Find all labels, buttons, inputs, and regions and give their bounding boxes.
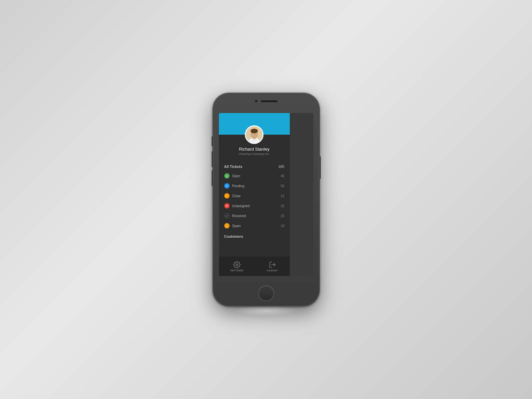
- close-label: Close: [232, 194, 281, 198]
- close-tickets-item[interactable]: ! Close 12: [219, 191, 290, 201]
- open-count: 45: [280, 174, 284, 178]
- spam-label: Spam: [232, 224, 281, 228]
- open-tickets-item[interactable]: ● Open 45: [219, 171, 290, 181]
- phone-glow: [233, 306, 299, 316]
- phone-body: Richard Stanley Cleaning Company Inc. Al…: [213, 93, 319, 306]
- unassigned-label: Unassigned: [232, 204, 281, 208]
- open-icon: ●: [224, 173, 230, 179]
- home-button[interactable]: [258, 285, 274, 301]
- avatar-image: [246, 126, 263, 143]
- customers-title: Customers: [224, 234, 243, 238]
- spam-tickets-item[interactable]: ! Spam 10: [219, 221, 290, 231]
- volume-down-button: [212, 170, 213, 186]
- all-tickets-title: All Tickets: [224, 165, 243, 169]
- open-label: Open: [232, 174, 281, 178]
- profile-name: Richard Stanley: [219, 147, 290, 152]
- phone-device: Richard Stanley Cleaning Company Inc. Al…: [213, 93, 319, 306]
- camera-icon: [255, 100, 258, 102]
- spam-icon: !: [224, 223, 230, 228]
- phone-top-bar: [255, 100, 277, 102]
- unassigned-tickets-item[interactable]: ✕ Unassigned 15: [219, 201, 290, 211]
- settings-gear-icon: [233, 261, 241, 268]
- bottom-bar: SETTINGS LOGOUT: [219, 256, 290, 276]
- resolved-label: Resolved: [232, 214, 281, 218]
- speaker: [261, 100, 277, 102]
- pending-label: Pending: [232, 184, 281, 188]
- settings-label: SETTINGS: [231, 269, 244, 272]
- unassigned-icon: ✕: [224, 203, 230, 208]
- logout-button[interactable]: LOGOUT: [264, 261, 281, 272]
- avatar: [245, 125, 264, 144]
- customers-section-item[interactable]: Customers: [219, 232, 290, 241]
- main-panel: Richard Stanley Cleaning Company Inc. Al…: [219, 113, 290, 276]
- screen-content: Richard Stanley Cleaning Company Inc. Al…: [219, 113, 313, 276]
- logout-label: LOGOUT: [267, 269, 278, 272]
- spam-count: 10: [280, 224, 284, 228]
- close-count: 12: [280, 194, 284, 198]
- resolved-icon: ✓: [224, 213, 230, 218]
- profile-company: Cleaning Company Inc.: [219, 152, 290, 156]
- right-panel: [290, 113, 313, 276]
- volume-mute-button: [212, 136, 213, 146]
- all-tickets-count: 185: [278, 165, 284, 169]
- menu-area: All Tickets 185 ● Open 45 ? Pending: [219, 159, 290, 256]
- pending-tickets-item[interactable]: ? Pending 55: [219, 181, 290, 191]
- power-button: [319, 156, 321, 179]
- settings-button[interactable]: SETTINGS: [227, 261, 247, 272]
- avatar-container: [245, 125, 264, 144]
- svg-point-4: [251, 129, 258, 133]
- resolved-tickets-item[interactable]: ✓ Resolved 15: [219, 211, 290, 221]
- all-tickets-item[interactable]: All Tickets 185: [219, 162, 290, 171]
- close-icon: !: [224, 193, 230, 199]
- phone-screen: Richard Stanley Cleaning Company Inc. Al…: [219, 113, 313, 276]
- unassigned-count: 15: [280, 204, 284, 208]
- logout-icon: [269, 261, 276, 268]
- volume-up-button: [212, 151, 213, 167]
- resolved-count: 15: [280, 214, 284, 218]
- pending-count: 55: [280, 184, 284, 188]
- header-background: [219, 113, 290, 135]
- pending-icon: ?: [224, 183, 230, 189]
